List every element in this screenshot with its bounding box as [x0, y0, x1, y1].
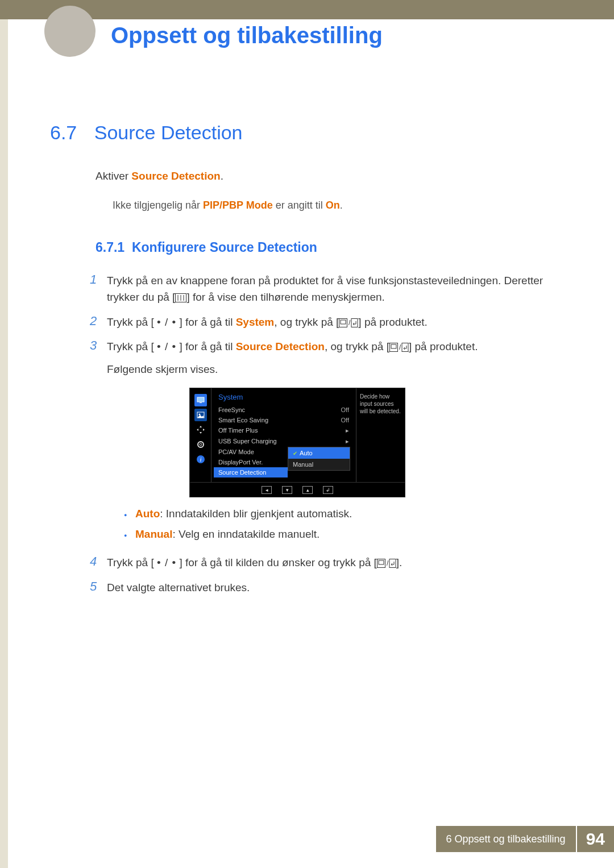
- note-pre: Ikke tilgjengelig når: [113, 200, 203, 211]
- bullet-text: : Velg en inndatakilde manuelt.: [172, 528, 320, 540]
- step-text: Trykk på [: [107, 316, 157, 328]
- nav-left-icon: ◂: [262, 486, 272, 494]
- svg-point-17: [200, 443, 202, 446]
- step-text: ] for å vise den tilhørende menyskjermen…: [186, 291, 385, 303]
- step-text: , og trykk på [: [325, 340, 389, 352]
- bullet-text: : Inndatakilden blir gjenkjent automatis…: [160, 508, 352, 520]
- osd-sidebar: i: [190, 388, 211, 482]
- note-hl-1: PIP/PBP Mode: [203, 200, 273, 211]
- monitor-icon: [194, 394, 207, 406]
- bullet-dot: ●: [124, 528, 135, 543]
- svg-rect-11: [402, 343, 408, 352]
- osd-row-offtimer: Off Timer Plus▸: [214, 425, 356, 436]
- step-highlight: System: [236, 316, 275, 328]
- osd-row-usb: USB Super Charging▸: [214, 436, 356, 447]
- step-text: ] for å gå til: [176, 340, 236, 352]
- step-1: 1 Trykk på en av knappene foran på produ…: [90, 272, 566, 306]
- osd-row-label: PC/AV Mode: [218, 448, 254, 455]
- step-text: ] for å gå til: [176, 316, 236, 328]
- svg-text:/: /: [349, 319, 351, 327]
- step-highlight: Source Detection: [236, 340, 325, 352]
- step-body: Trykk på [ • / • ] for å gå til Source D…: [107, 338, 566, 377]
- info-icon: i: [194, 453, 207, 466]
- osd-panel: i System FreeSyncOff Smart Eco SavingOff…: [189, 388, 405, 497]
- step-3: 3 Trykk på [ • / • ] for å gå til Source…: [90, 338, 566, 377]
- top-band: [0, 0, 614, 19]
- step-2: 2 Trykk på [ • / • ] for å gå til System…: [90, 314, 566, 330]
- osd-row-label: Smart Eco Saving: [218, 417, 268, 423]
- step-dots: • / •: [157, 556, 176, 568]
- osd-nav-bar: ◂ ▾ ▴ ↲: [190, 482, 405, 497]
- svg-rect-7: [351, 318, 358, 327]
- osd-dropdown: Auto Manual: [288, 447, 350, 471]
- svg-text:/: /: [387, 559, 389, 567]
- svg-text:/: /: [399, 343, 401, 351]
- step-body: Trykk på [ • / • ] for å gå til System, …: [107, 314, 566, 330]
- bullet-list: ● Auto: Inndatakilden blir gjenkjent aut…: [124, 508, 566, 543]
- step-text: , og trykk på [: [274, 316, 339, 328]
- step-number: 4: [90, 554, 107, 569]
- note-hl-2: On: [326, 200, 340, 211]
- bullet-manual: ● Manual: Velg en inndatakilde manuelt.: [124, 528, 566, 543]
- left-band: [0, 19, 8, 868]
- osd-dropdown-auto: Auto: [288, 447, 350, 459]
- step-text: Trykk på [: [107, 340, 157, 352]
- osd-row-label: FreeSync: [218, 406, 245, 413]
- svg-rect-13: [200, 402, 202, 403]
- subsection-title: Konfigurere Source Detection: [132, 240, 317, 255]
- svg-rect-21: [379, 560, 384, 564]
- step-text: ] for å gå til kilden du ønsker og trykk…: [176, 556, 377, 568]
- osd-row-value: Off: [341, 417, 349, 423]
- page-content: 6.7 Source Detection Aktiver Source Dete…: [0, 19, 614, 596]
- osd-row-eco: Smart Eco SavingOff: [214, 415, 356, 425]
- steps-list: 1 Trykk på en av knappene foran på produ…: [90, 272, 566, 377]
- step-4: 4 Trykk på [ • / • ] for å gå til kilden…: [90, 554, 566, 571]
- section-number: 6.7: [50, 122, 77, 143]
- svg-rect-5: [341, 320, 346, 324]
- osd-row-value: ▸: [346, 427, 349, 434]
- ok-enter-icon: /: [339, 318, 358, 327]
- svg-rect-9: [391, 344, 396, 348]
- intro-highlight: Source Detection: [131, 170, 220, 182]
- menu-icon: [175, 293, 186, 302]
- step-text: ].: [396, 556, 403, 568]
- step-body: Trykk på [ • / • ] for å gå til kilden d…: [107, 554, 566, 571]
- step-body: Det valgte alternativet brukes.: [107, 579, 566, 596]
- intro-post: .: [221, 170, 223, 182]
- section-title: Source Detection: [94, 122, 243, 143]
- step-text: Trykk på [: [107, 556, 157, 568]
- footer-page-number: 94: [577, 826, 614, 852]
- osd-screenshot: i System FreeSyncOff Smart Eco SavingOff…: [189, 388, 566, 497]
- osd-main: System FreeSyncOff Smart Eco SavingOff O…: [211, 388, 356, 482]
- note-mid: er angitt til: [273, 200, 326, 211]
- osd-row-value: Off: [341, 406, 349, 413]
- step-text: ] på produktet.: [409, 340, 478, 352]
- bullet-highlight: Auto: [135, 508, 160, 520]
- step-number: 1: [90, 272, 107, 287]
- osd-row-sourcedetect: Source Detection: [214, 467, 288, 477]
- ok-enter-icon: /: [377, 559, 396, 568]
- step-number: 2: [90, 314, 107, 329]
- step-dots: • / •: [157, 316, 176, 328]
- steps-list-cont: 4 Trykk på [ • / • ] for å gå til kilden…: [90, 554, 566, 596]
- osd-row-label: DisplayPort Ver.: [218, 459, 263, 466]
- step-number: 3: [90, 338, 107, 353]
- osd-dropdown-manual: Manual: [288, 459, 350, 470]
- osd-row-label: Off Timer Plus: [218, 427, 258, 434]
- subsection-heading: 6.7.1 Konfigurere Source Detection: [96, 240, 566, 255]
- svg-rect-23: [389, 559, 396, 568]
- bullet-auto: ● Auto: Inndatakilden blir gjenkjent aut…: [124, 508, 566, 522]
- osd-help-text: Decide how input sources will be detecte…: [356, 388, 405, 482]
- section-heading: 6.7 Source Detection: [50, 122, 566, 144]
- page-footer: 6 Oppsett og tilbakestilling 94: [436, 826, 615, 852]
- step-text: ] på produktet.: [358, 316, 427, 328]
- note-post: .: [340, 200, 343, 211]
- step-5: 5 Det valgte alternativet brukes.: [90, 579, 566, 596]
- nav-down-icon: ▾: [282, 486, 292, 494]
- step-after-text: Følgende skjerm vises.: [107, 361, 566, 377]
- ok-enter-icon: /: [389, 343, 409, 352]
- note-paragraph: Ikke tilgjengelig når PIP/PBP Mode er an…: [113, 200, 566, 211]
- osd-row-freesync: FreeSyncOff: [214, 405, 356, 415]
- nav-enter-icon: ↲: [323, 486, 333, 494]
- intro-paragraph: Aktiver Source Detection.: [96, 170, 566, 182]
